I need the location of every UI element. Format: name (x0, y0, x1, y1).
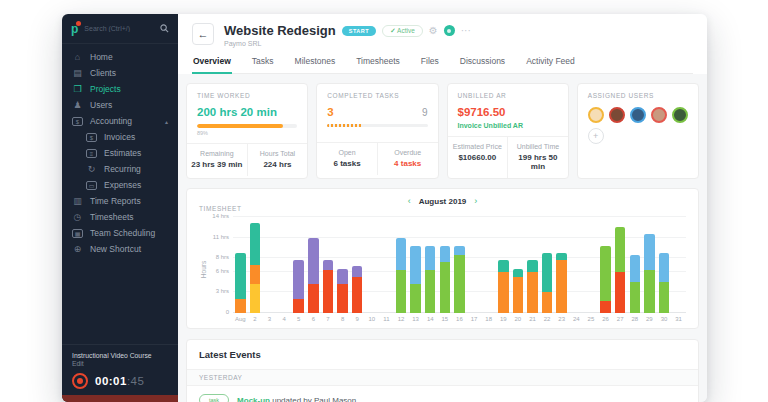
bar-segment-orange[interactable] (250, 265, 261, 284)
bar-segment-orange[interactable] (235, 299, 246, 313)
sidebar-item-timesheets[interactable]: ◷Timesheets (62, 209, 178, 225)
bar-segment-purple[interactable] (308, 238, 319, 284)
bar-22[interactable] (542, 253, 553, 313)
sidebar-item-time-reports[interactable]: ▥Time Reports (62, 193, 178, 209)
bar-segment-teal[interactable] (235, 253, 246, 300)
bar-30[interactable] (659, 253, 670, 313)
invoice-unbilled-link[interactable]: Invoice Unbilled AR (458, 122, 558, 129)
bar-26[interactable] (600, 246, 611, 313)
bar-segment-yellow[interactable] (250, 284, 261, 313)
sidebar-item-accounting[interactable]: $Accounting▴ (62, 113, 178, 129)
search-input[interactable]: Search (Ctrl+/) (84, 25, 154, 32)
bar-16[interactable] (454, 246, 465, 313)
bar-segment-orange[interactable] (513, 277, 524, 313)
bar-segment-green[interactable] (396, 270, 407, 313)
sidebar-item-projects[interactable]: ❒Projects (62, 81, 178, 97)
sidebar-item-estimates[interactable]: ≡Estimates (62, 145, 178, 161)
bar-27[interactable] (615, 227, 626, 313)
tab-timesheets[interactable]: Timesheets (355, 56, 401, 73)
bar-28[interactable] (630, 255, 641, 313)
avatar[interactable] (651, 107, 667, 123)
bar-20[interactable] (513, 269, 524, 313)
bar-aug[interactable] (235, 253, 246, 313)
timer-stop-bar[interactable] (62, 395, 178, 402)
bar-segment-purple[interactable] (352, 266, 363, 277)
bar-12[interactable] (396, 238, 407, 313)
avatar[interactable] (588, 107, 604, 123)
bar-segment-blue[interactable] (440, 246, 451, 262)
bar-segment-purple[interactable] (337, 269, 348, 284)
tab-discussions[interactable]: Discussions (459, 56, 506, 73)
bar-segment-blue[interactable] (454, 246, 465, 255)
bar-21[interactable] (527, 260, 538, 313)
bar-segment-blue[interactable] (659, 253, 670, 282)
bar-segment-orange[interactable] (542, 292, 553, 313)
event-task-link[interactable]: Mock-up (237, 396, 270, 402)
bar-segment-green[interactable] (615, 227, 626, 272)
bar-13[interactable] (410, 246, 421, 313)
search-icon[interactable] (160, 24, 169, 33)
bar-segment-red[interactable] (293, 299, 304, 313)
sidebar-item-new-shortcut[interactable]: ⊕New Shortcut (62, 241, 178, 257)
bar-segment-red[interactable] (337, 284, 348, 313)
avatar[interactable] (630, 107, 646, 123)
sidebar-item-invoices[interactable]: $Invoices (62, 129, 178, 145)
avatar[interactable] (672, 107, 688, 123)
bar-segment-green[interactable] (659, 282, 670, 313)
search-bar[interactable]: p Search (Ctrl+/) (62, 14, 178, 44)
sidebar-item-team-scheduling[interactable]: ▦Team Scheduling (62, 225, 178, 241)
bar-segment-blue[interactable] (396, 238, 407, 270)
bar-7[interactable] (323, 260, 334, 313)
bar-segment-blue[interactable] (644, 234, 655, 270)
chevron-up-icon[interactable]: ▴ (165, 118, 168, 125)
tab-files[interactable]: Files (420, 56, 440, 73)
bar-segment-orange[interactable] (498, 272, 509, 313)
bar-segment-red[interactable] (352, 277, 363, 313)
back-button[interactable]: ← (192, 23, 214, 45)
bar-segment-purple[interactable] (323, 260, 334, 270)
bar-segment-orange[interactable] (556, 260, 567, 313)
prev-month-icon[interactable]: ‹ (408, 197, 411, 206)
tab-activity-feed[interactable]: Activity Feed (525, 56, 576, 73)
next-month-icon[interactable]: › (474, 197, 477, 206)
sidebar-item-users[interactable]: ♟Users (62, 97, 178, 113)
tab-milestones[interactable]: Milestones (294, 56, 337, 73)
bar-8[interactable] (337, 269, 348, 313)
sidebar-item-clients[interactable]: ▤Clients (62, 65, 178, 81)
status-badge[interactable]: ✓ Active (382, 25, 423, 37)
bar-29[interactable] (644, 234, 655, 313)
bar-segment-green[interactable] (410, 284, 421, 313)
bar-segment-red[interactable] (308, 284, 319, 313)
bar-segment-red[interactable] (323, 270, 334, 313)
bar-segment-teal[interactable] (527, 260, 538, 272)
record-stop-icon[interactable] (72, 373, 88, 389)
project-color-icon[interactable] (444, 25, 455, 36)
bar-5[interactable] (293, 260, 304, 313)
bar-segment-blue[interactable] (630, 255, 641, 282)
sidebar-item-recurring[interactable]: ↻Recurring (62, 161, 178, 177)
bar-segment-teal[interactable] (498, 260, 509, 272)
bar-segment-red[interactable] (615, 272, 626, 313)
bar-2[interactable] (250, 223, 261, 313)
avatar[interactable] (609, 107, 625, 123)
bar-19[interactable] (498, 260, 509, 313)
bar-segment-green[interactable] (425, 270, 436, 313)
bar-23[interactable] (556, 253, 567, 313)
tab-tasks[interactable]: Tasks (251, 56, 275, 73)
bar-6[interactable] (308, 238, 319, 313)
bar-14[interactable] (425, 246, 436, 313)
bar-segment-teal[interactable] (513, 269, 524, 277)
bar-segment-green[interactable] (644, 270, 655, 313)
bar-segment-green[interactable] (630, 282, 641, 313)
bar-segment-teal[interactable] (250, 223, 261, 266)
bar-segment-green[interactable] (600, 246, 611, 301)
sidebar-item-expenses[interactable]: ▭Expenses (62, 177, 178, 193)
bar-segment-red[interactable] (600, 301, 611, 313)
bar-segment-blue[interactable] (410, 246, 421, 284)
bar-15[interactable] (440, 246, 451, 313)
sidebar-item-home[interactable]: ⌂Home (62, 49, 178, 65)
tab-overview[interactable]: Overview (192, 56, 232, 74)
gear-icon[interactable]: ⚙ (429, 26, 438, 36)
bar-segment-purple[interactable] (293, 260, 304, 300)
bar-segment-teal[interactable] (556, 253, 567, 260)
